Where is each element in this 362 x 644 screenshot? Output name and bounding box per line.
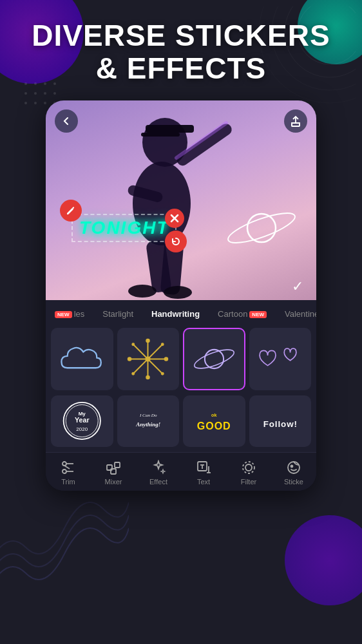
tab-cartoon[interactable]: CartoonNEW (209, 305, 276, 323)
category-tabs: NEWles Starlight Handwriting CartoonNEW … (46, 300, 316, 323)
toolbar-effect[interactable]: Effect (136, 459, 181, 486)
title-line2: & EFFECTS (96, 52, 267, 85)
toolbar-filter[interactable]: Filter (226, 459, 271, 486)
new-badge-cartoon: NEW (249, 311, 267, 318)
my-year-sticker-cell[interactable]: My Year 2020 (51, 395, 113, 447)
svg-point-24 (128, 285, 157, 298)
svg-point-38 (164, 357, 169, 361)
svg-text:Year: Year (75, 416, 90, 424)
svg-point-56 (62, 469, 66, 473)
filter-icon (240, 459, 257, 476)
planet-sticker-cell[interactable] (183, 328, 245, 390)
svg-text:I Can Do: I Can Do (138, 413, 157, 418)
svg-point-40 (161, 372, 164, 375)
tonight-text-overlay: TONIGHT (71, 214, 176, 242)
svg-text:ok: ok (211, 413, 216, 418)
follow-sticker-cell[interactable]: Follow! (249, 395, 312, 447)
cloud-sticker-cell[interactable] (51, 328, 113, 390)
svg-rect-19 (141, 133, 180, 137)
svg-point-12 (24, 102, 27, 104)
title-line1: DIVERSE STICKERS (32, 19, 330, 52)
svg-point-68 (245, 464, 252, 471)
hearts-sticker-icon (258, 341, 303, 377)
text-label: Text (197, 478, 210, 486)
toolbar-trim[interactable]: Trim (46, 459, 91, 486)
planet-sticker-overlay (226, 204, 297, 255)
cloud-sticker-icon (58, 341, 106, 377)
delete-button[interactable] (165, 209, 184, 228)
tab-tiles[interactable]: NEWles (46, 305, 93, 323)
svg-point-71 (291, 465, 293, 467)
follow-sticker-icon: Follow! (254, 400, 307, 442)
title-section: DIVERSE STICKERS & EFFECTS (0, 0, 362, 91)
phone-mockup: TONIGHT ✓ (46, 100, 316, 491)
text-icon (195, 459, 212, 476)
bottom-toolbar: Trim Mixer (46, 452, 316, 491)
trim-icon (60, 459, 77, 476)
svg-point-42 (132, 372, 135, 375)
svg-text:2020: 2020 (76, 426, 88, 432)
app-background: DIVERSE STICKERS & EFFECTS (0, 0, 362, 644)
star-sticker-icon (127, 338, 169, 380)
svg-text:GOOD: GOOD (197, 420, 231, 431)
sticker-grid-row2: My Year 2020 I Can Do Anything! ok GOOD (46, 395, 316, 452)
good-sticker-icon: ok GOOD (188, 400, 240, 442)
star-sticker-cell[interactable] (117, 328, 180, 390)
svg-text:Follow!: Follow! (263, 420, 297, 430)
can-do-sticker-icon: I Can Do Anything! (122, 400, 175, 442)
video-preview: TONIGHT ✓ (46, 100, 316, 300)
effect-label: Effect (149, 478, 167, 486)
svg-text:Anything!: Anything! (135, 422, 160, 428)
svg-point-35 (146, 339, 151, 343)
svg-point-36 (146, 375, 151, 380)
svg-point-41 (161, 343, 164, 346)
svg-point-34 (146, 356, 151, 361)
toolbar-text[interactable]: Text (181, 459, 226, 486)
svg-point-37 (128, 357, 132, 361)
bg-decorative-wave (0, 477, 129, 592)
pencil-button[interactable] (60, 200, 82, 222)
tab-handwriting[interactable]: Handwriting (142, 305, 209, 323)
svg-point-13 (34, 102, 37, 104)
bg-blob-br (285, 515, 362, 605)
sticker-grid-row1 (46, 323, 316, 395)
mixer-icon (105, 459, 122, 476)
tab-valentine[interactable]: Valentine (276, 305, 316, 323)
new-badge-tiles: NEW (55, 311, 72, 318)
effect-icon (150, 459, 167, 476)
toolbar-sticker[interactable]: Sticke (271, 459, 316, 486)
svg-point-39 (132, 343, 135, 346)
toolbar-mixer[interactable]: Mixer (91, 459, 136, 486)
main-title: DIVERSE STICKERS & EFFECTS (13, 19, 349, 84)
share-button[interactable] (284, 109, 307, 133)
rotate-button[interactable] (165, 231, 187, 252)
svg-line-59 (64, 466, 70, 469)
my-year-sticker-icon: My Year 2020 (56, 400, 108, 442)
svg-rect-61 (115, 462, 120, 468)
svg-point-10 (44, 92, 46, 95)
can-do-sticker-cell[interactable]: I Can Do Anything! (117, 395, 180, 447)
svg-rect-18 (146, 125, 194, 133)
svg-point-25 (164, 286, 192, 299)
svg-point-70 (288, 462, 300, 473)
svg-point-69 (243, 462, 254, 473)
sticker-icon (285, 459, 302, 476)
back-button[interactable] (55, 109, 78, 133)
planet-sticker-icon (193, 338, 235, 380)
hearts-sticker-cell[interactable] (249, 328, 312, 390)
dancer-figure (46, 100, 316, 300)
filter-label: Filter (241, 478, 256, 486)
svg-point-9 (34, 92, 37, 95)
svg-point-55 (62, 462, 66, 466)
tab-starlight[interactable]: Starlight (93, 305, 142, 323)
checkmark[interactable]: ✓ (292, 278, 303, 295)
svg-point-8 (24, 92, 27, 95)
sticker-label: Sticke (284, 478, 303, 486)
trim-label: Trim (61, 478, 75, 486)
good-sticker-cell[interactable]: ok GOOD (183, 395, 245, 447)
svg-point-11 (53, 92, 56, 95)
mixer-label: Mixer (105, 478, 122, 486)
